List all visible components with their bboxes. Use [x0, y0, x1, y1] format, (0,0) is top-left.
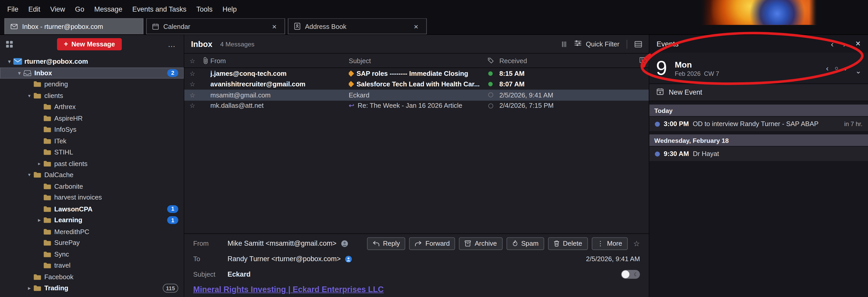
twisty-icon[interactable]: ▸ — [35, 161, 43, 166]
twisty-icon[interactable]: ▾ — [5, 59, 13, 64]
folder-travel[interactable]: travel — [0, 260, 184, 271]
message-dark-mode-toggle[interactable]: ☾ — [621, 270, 640, 279]
spam-button[interactable]: Spam — [506, 237, 544, 250]
replied-icon: ↩ — [349, 102, 354, 109]
tab-label: Inbox - rturner@pobox.com — [22, 23, 103, 30]
new-event-button[interactable]: New Event — [649, 84, 868, 101]
menu-edit[interactable]: Edit — [23, 5, 45, 13]
twisty-icon[interactable]: ▾ — [26, 93, 33, 98]
message-body-link[interactable]: Mineral Rights Investing | Eckard Enterp… — [193, 285, 384, 294]
folder-icon — [33, 81, 44, 88]
folder-tree: ▾rturner@pobox.com▾Inbox2pending▾clients… — [0, 53, 184, 297]
new-message-button[interactable]: + New Message — [57, 38, 122, 50]
folder-dalcache[interactable]: ▾DalCache — [0, 169, 184, 180]
folder-meredithpc[interactable]: MeredithPC — [0, 226, 184, 237]
star-message-button[interactable]: ☆ — [633, 239, 640, 248]
minimonth-expand-button[interactable]: ⌄ — [855, 61, 861, 75]
next-day-button[interactable]: › — [844, 64, 847, 72]
folder-cutoff[interactable] — [0, 294, 184, 297]
reply-button[interactable]: Reply — [367, 237, 406, 250]
star-icon[interactable]: ☆ — [184, 91, 200, 99]
events-close-button[interactable]: ✕ — [855, 40, 861, 47]
folder-pending[interactable]: pending — [0, 79, 184, 90]
message-row[interactable]: ☆msamitt@gmail.comEckard2/5/2026, 9:41 A… — [184, 90, 649, 101]
menu-go[interactable]: Go — [70, 5, 89, 13]
tag-column-header[interactable] — [486, 58, 495, 64]
folder-clients[interactable]: ▾clients — [0, 90, 184, 101]
message-subject: Eckard — [227, 270, 251, 278]
folder-icon — [43, 104, 54, 110]
close-tab-icon[interactable]: ✕ — [270, 22, 279, 31]
menu-file[interactable]: File — [2, 5, 24, 13]
read-status-cell[interactable] — [486, 71, 495, 75]
star-icon[interactable]: ☆ — [184, 70, 200, 77]
event-item[interactable]: 3:00 PMOD to interview Randy Turner - SA… — [649, 116, 868, 131]
folder-icon — [33, 273, 44, 280]
message-row[interactable]: ☆mk.dallas@att.net↩Re: The Week - Jan 16… — [184, 100, 649, 111]
folder-icon — [43, 194, 54, 201]
message-list-options-icon[interactable] — [561, 41, 567, 47]
folder-carbonite[interactable]: Carbonite — [0, 180, 184, 192]
star-icon[interactable]: ☆ — [184, 80, 200, 88]
prev-day-button[interactable]: ‹ — [826, 64, 829, 72]
folder-icon — [33, 172, 44, 178]
twisty-icon[interactable]: ▸ — [26, 286, 33, 291]
folder-surepay[interactable]: SurePay — [0, 237, 184, 249]
folder-stihl[interactable]: STIHL — [0, 147, 184, 158]
twisty-icon[interactable]: ▾ — [16, 70, 23, 75]
events-next-button[interactable]: › — [843, 39, 846, 48]
folder-pane-options-button[interactable]: … — [166, 39, 178, 48]
menu-events-and-tasks[interactable]: Events and Tasks — [127, 5, 191, 13]
message-from: mk.dallas@att.net — [210, 102, 349, 109]
delete-button[interactable]: Delete — [548, 237, 588, 250]
message-list-display-icon[interactable] — [634, 41, 642, 47]
events-prev-button[interactable]: ‹ — [831, 39, 834, 48]
more-button[interactable]: ⋮More — [591, 237, 627, 250]
message-row[interactable]: ☆avanishitrecruiter@gmail.comSalesforce … — [184, 79, 649, 90]
events-panel: Events ‹ › ✕ 9 Mon Feb 2026 CW 7 ‹ ○ › ⌄ — [649, 35, 868, 297]
spaces-icon[interactable] — [5, 40, 13, 48]
forward-button[interactable]: Forward — [409, 237, 455, 250]
folder-lawsoncpa[interactable]: LawsonCPA1 — [0, 203, 184, 214]
tab-inbox-rturner-pobox-com[interactable]: Inbox - rturner@pobox.com — [4, 18, 143, 34]
folder-learning[interactable]: ▸Learning1 — [0, 214, 184, 226]
column-picker-icon[interactable] — [637, 57, 649, 64]
tab-calendar[interactable]: Calendar✕ — [146, 18, 285, 34]
read-status-cell[interactable] — [486, 93, 495, 97]
twisty-icon[interactable]: ▸ — [35, 218, 43, 223]
folder-icon — [43, 149, 54, 156]
folder-harvest-invoices[interactable]: harvest invoices — [0, 192, 184, 203]
events-section-header: Wednesday, February 18 — [649, 134, 868, 146]
menu-tools[interactable]: Tools — [191, 5, 218, 13]
today-button[interactable]: ○ — [835, 65, 838, 71]
folder-facebook[interactable]: Facebook — [0, 271, 184, 283]
folder-trading[interactable]: ▸Trading115 — [0, 283, 184, 294]
star-column-header[interactable]: ☆ — [184, 57, 200, 64]
menu-help[interactable]: Help — [218, 5, 242, 13]
message-row[interactable]: ☆j.james@conq-tech.comSAP roles --------… — [184, 68, 649, 79]
archive-button[interactable]: Archive — [459, 237, 502, 250]
menu-view[interactable]: View — [45, 5, 70, 13]
folder-rturner-pobox-com[interactable]: ▾rturner@pobox.com — [0, 56, 184, 67]
quick-filter-button[interactable]: Quick Filter — [574, 40, 619, 48]
folder-inbox[interactable]: ▾Inbox2 — [0, 67, 184, 79]
received-column-header[interactable]: Received — [495, 57, 637, 64]
attachment-column-header[interactable] — [200, 57, 211, 64]
read-status-cell[interactable] — [486, 103, 495, 108]
folder-aspirehr[interactable]: AspireHR — [0, 113, 184, 124]
tab-address-book[interactable]: Address Book✕ — [288, 18, 427, 34]
read-status-cell[interactable] — [486, 82, 495, 86]
folder-past-clients[interactable]: ▸past clients — [0, 158, 184, 169]
twisty-icon[interactable]: ▾ — [26, 172, 33, 178]
folder-itek[interactable]: ITek — [0, 135, 184, 147]
folder-sync[interactable]: Sync — [0, 249, 184, 260]
from-column-header[interactable]: From — [210, 57, 349, 64]
subject-column-header[interactable]: Subject — [349, 57, 486, 64]
close-tab-icon[interactable]: ✕ — [411, 22, 421, 31]
column-header: ☆ From Subject Received — [184, 54, 649, 68]
event-item[interactable]: 9:30 AMDr Hayat — [649, 146, 868, 161]
folder-arthrex[interactable]: Arthrex — [0, 101, 184, 113]
menu-message[interactable]: Message — [89, 5, 127, 13]
star-icon[interactable]: ☆ — [184, 102, 200, 109]
folder-infosys[interactable]: InfoSys — [0, 124, 184, 135]
